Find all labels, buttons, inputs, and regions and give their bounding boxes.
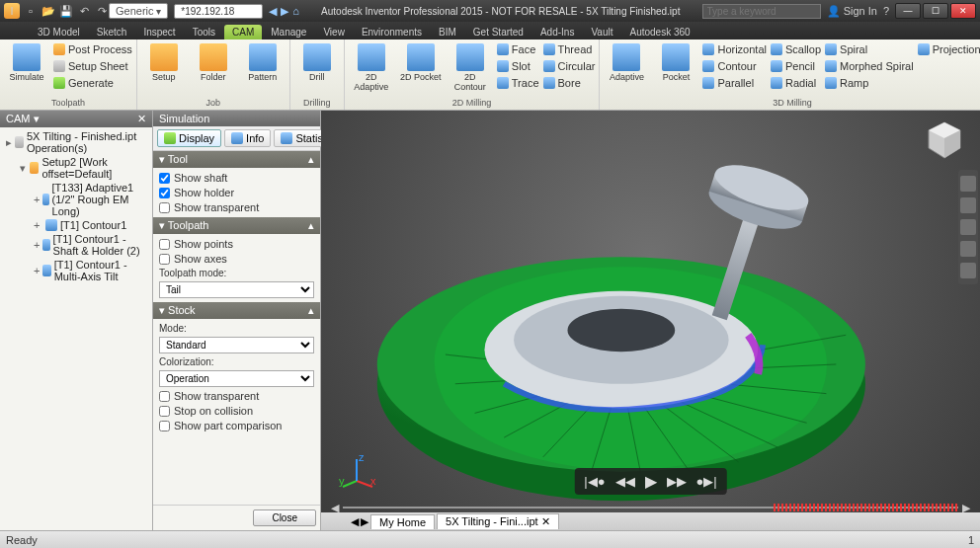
nav-orbit-icon[interactable] [960, 197, 976, 213]
section-stock-header[interactable]: ▾ Stock▴ [153, 302, 320, 319]
projection-button[interactable]: Projection [918, 41, 980, 57]
folder-button[interactable]: Folder [191, 41, 236, 83]
qat-save-icon[interactable]: 💾 [59, 4, 73, 18]
nav-zoom-icon[interactable] [960, 241, 976, 257]
simtab-info[interactable]: Info [224, 129, 271, 147]
generate-button[interactable]: Generate [53, 75, 132, 91]
pb-end-icon[interactable]: ●▶| [696, 474, 717, 489]
chk-stock-transparent[interactable]: Show transparent [159, 390, 314, 402]
tree-op-0[interactable]: +[T133] Adaptive1 (1/2" Rough EM Long) [30, 181, 150, 218]
tab-getstarted[interactable]: Get Started [465, 25, 531, 39]
tab-bim[interactable]: BIM [431, 25, 464, 39]
qat-redo-icon[interactable]: ↷ [95, 4, 109, 18]
morphed-button[interactable]: Morphed Spiral [825, 58, 914, 74]
tab-a360[interactable]: Autodesk 360 [621, 25, 697, 39]
tab-tools[interactable]: Tools [185, 25, 223, 39]
tab-vault[interactable]: Vault [583, 25, 620, 39]
nav-pan-icon[interactable] [960, 219, 976, 235]
pencil-button[interactable]: Pencil [771, 58, 821, 74]
circular-button[interactable]: Circular [543, 58, 596, 74]
drill-button[interactable]: Drill [294, 41, 340, 83]
tree-op-3[interactable]: +[T1] Contour1 - Multi-Axis Tilt [30, 258, 150, 283]
collapse-icon[interactable]: ▴ [308, 304, 314, 317]
postprocess-button[interactable]: Post Process [53, 41, 132, 57]
tree-op-2[interactable]: +[T1] Contour1 - Shaft & Holder (2) [30, 232, 150, 258]
chk-show-points[interactable]: Show points [159, 238, 314, 250]
help-search-input[interactable] [702, 4, 821, 19]
nav-fwd-icon[interactable]: ▶ [281, 5, 288, 18]
signin-link[interactable]: 👤 Sign In [827, 5, 877, 18]
pb-start-icon[interactable]: |◀● [584, 474, 605, 489]
panel-close-icon[interactable]: ✕ [137, 113, 146, 125]
doctab-home[interactable]: My Home [370, 514, 435, 529]
doctab-next-icon[interactable]: ▶ [361, 515, 368, 528]
face-button[interactable]: Face [497, 41, 539, 57]
toolpath-mode-select[interactable]: Tail [159, 281, 314, 298]
scallop-button[interactable]: Scallop [771, 41, 821, 57]
slot-button[interactable]: Slot [497, 58, 539, 74]
address-field[interactable]: *192.192.18 [174, 4, 263, 19]
chk-show-axes[interactable]: Show axes [159, 253, 314, 265]
contour3d-button[interactable]: Contour [702, 58, 767, 74]
pb-rewind-icon[interactable]: ◀◀ [615, 474, 635, 489]
minimize-button[interactable]: — [895, 3, 921, 19]
tab-environments[interactable]: Environments [354, 25, 430, 39]
viewport-3d[interactable]: x y z |◀● ◀◀ ▶ ▶▶ ●▶| ◀ ▶ ◀ ▶ My Home 5X… [321, 111, 980, 530]
nav-home-icon[interactable] [960, 176, 976, 192]
setup-button[interactable]: Setup [141, 41, 187, 83]
tab-sketch[interactable]: Sketch [89, 25, 135, 39]
2dpocket-button[interactable]: 2D Pocket [398, 41, 444, 83]
generic-dropdown[interactable]: Generic ▾ [109, 3, 168, 19]
timeline[interactable]: ◀ ▶ [331, 503, 970, 512]
help-icon[interactable]: ? [883, 5, 889, 17]
stock-mode-select[interactable]: Standard [159, 337, 314, 353]
app-icon[interactable]: I [4, 3, 20, 19]
tab-addins[interactable]: Add-Ins [532, 25, 582, 39]
colorization-select[interactable]: Operation [159, 370, 314, 387]
tab-view[interactable]: View [315, 25, 353, 39]
parallel-button[interactable]: Parallel [702, 75, 767, 91]
close-button[interactable]: ✕ [950, 3, 976, 19]
nav-back-icon[interactable]: ◀ [269, 5, 277, 18]
qat-open-icon[interactable]: 📂 [41, 4, 55, 18]
nav-home-icon[interactable]: ⌂ [292, 5, 299, 17]
horizontal-button[interactable]: Horizontal [702, 41, 767, 57]
ramp-button[interactable]: Ramp [825, 75, 914, 91]
section-toolpath-header[interactable]: ▾ Toolpath▴ [153, 217, 320, 234]
tree-op-1[interactable]: +[T1] Contour1 [30, 218, 150, 232]
sim-close-button[interactable]: Close [253, 509, 316, 526]
tab-cam[interactable]: CAM [224, 25, 262, 39]
pb-play-icon[interactable]: ▶ [645, 472, 657, 491]
chk-show-shaft[interactable]: Show shaft [159, 172, 314, 184]
viewcube[interactable] [923, 118, 966, 162]
setupsheet-button[interactable]: Setup Sheet [53, 58, 132, 74]
section-tool-header[interactable]: ▾ Tool▴ [153, 151, 320, 168]
2dcontour-button[interactable]: 2D Contour [448, 41, 493, 93]
doctab-prev-icon[interactable]: ◀ [351, 515, 359, 528]
pocket-button[interactable]: Pocket [653, 41, 698, 83]
tree-root[interactable]: ▸5X Tilting - Finished.ipt Operation(s) [2, 129, 150, 155]
chk-stop-collision[interactable]: Stop on collision [159, 405, 314, 417]
radial-button[interactable]: Radial [771, 75, 821, 91]
tab-3dmodel[interactable]: 3D Model [30, 25, 88, 39]
maximize-button[interactable]: ☐ [923, 3, 948, 19]
qat-undo-icon[interactable]: ↶ [77, 4, 91, 18]
collapse-icon[interactable]: ▴ [308, 153, 314, 166]
doctab-file[interactable]: 5X Tilting - Fini...ipt ✕ [437, 513, 559, 529]
chk-part-comparison[interactable]: Show part comparison [159, 420, 314, 431]
pb-forward-icon[interactable]: ▶▶ [667, 474, 687, 489]
cam-browser-header[interactable]: CAM ▾✕ [0, 111, 152, 127]
spiral-button[interactable]: Spiral [825, 41, 914, 57]
bore-button[interactable]: Bore [543, 75, 596, 91]
tree-setup[interactable]: ▾Setup2 [Work offset=Default] [16, 155, 150, 181]
trace-button[interactable]: Trace [497, 75, 539, 91]
chk-tool-transparent[interactable]: Show transparent [159, 201, 314, 213]
nav-lookat-icon[interactable] [960, 263, 976, 278]
adaptive-button[interactable]: Adaptive [604, 41, 649, 83]
pattern-button[interactable]: Pattern [240, 41, 286, 83]
collapse-icon[interactable]: ▴ [308, 219, 314, 232]
qat-new-icon[interactable]: ▫ [24, 4, 38, 18]
simulate-button[interactable]: Simulate [4, 41, 49, 83]
chk-show-holder[interactable]: Show holder [159, 187, 314, 198]
tab-manage[interactable]: Manage [263, 25, 314, 39]
